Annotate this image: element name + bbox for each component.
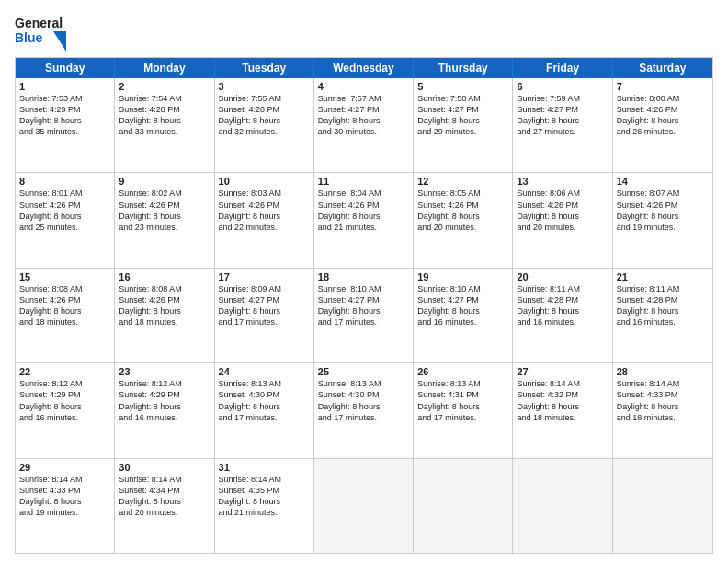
- cell-line: Sunset: 4:33 PM: [19, 485, 110, 496]
- cell-line: Sunrise: 7:53 AM: [19, 93, 110, 104]
- cell-line: Sunrise: 8:05 AM: [417, 188, 508, 199]
- cell-line: and 17 minutes.: [219, 412, 310, 423]
- day-cell-8: 8Sunrise: 8:01 AMSunset: 4:26 PMDaylight…: [16, 173, 115, 267]
- empty-cell: [314, 459, 414, 553]
- cell-line: Sunrise: 8:08 AM: [19, 283, 110, 294]
- cell-line: Sunrise: 8:14 AM: [219, 474, 310, 485]
- cell-line: Sunrise: 8:14 AM: [617, 378, 709, 389]
- cell-line: Daylight: 8 hours: [417, 401, 508, 412]
- cell-line: Daylight: 8 hours: [119, 401, 210, 412]
- day-cell-6: 6Sunrise: 7:59 AMSunset: 4:27 PMDaylight…: [513, 78, 612, 172]
- svg-text:Blue: Blue: [15, 30, 43, 45]
- cell-line: Daylight: 8 hours: [219, 496, 310, 507]
- page: General Blue SundayMondayTuesdayWednesda…: [0, 0, 728, 563]
- cell-line: Sunset: 4:27 PM: [219, 294, 310, 305]
- cell-line: Sunrise: 8:13 AM: [417, 378, 508, 389]
- day-number: 19: [417, 271, 508, 282]
- calendar-week-5: 29Sunrise: 8:14 AMSunset: 4:33 PMDayligh…: [16, 458, 712, 553]
- day-cell-30: 30Sunrise: 8:14 AMSunset: 4:34 PMDayligh…: [115, 459, 214, 553]
- day-cell-1: 1Sunrise: 7:53 AMSunset: 4:29 PMDaylight…: [16, 78, 115, 172]
- cell-line: Sunrise: 7:59 AM: [517, 93, 608, 104]
- cell-line: and 16 minutes.: [517, 316, 608, 327]
- cell-line: and 19 minutes.: [19, 507, 110, 518]
- cell-line: and 18 minutes.: [19, 316, 110, 327]
- day-cell-31: 31Sunrise: 8:14 AMSunset: 4:35 PMDayligh…: [215, 459, 314, 553]
- day-cell-5: 5Sunrise: 7:58 AMSunset: 4:27 PMDaylight…: [414, 78, 513, 172]
- day-number: 21: [617, 271, 709, 282]
- cell-line: Sunrise: 7:54 AM: [119, 93, 210, 104]
- day-number: 2: [119, 81, 210, 92]
- cell-line: and 20 minutes.: [517, 222, 608, 233]
- cell-line: and 35 minutes.: [19, 126, 110, 137]
- cell-line: Sunset: 4:27 PM: [517, 104, 608, 115]
- cell-line: Daylight: 8 hours: [19, 496, 110, 507]
- cell-line: Daylight: 8 hours: [517, 115, 608, 126]
- calendar-week-2: 8Sunrise: 8:01 AMSunset: 4:26 PMDaylight…: [16, 172, 712, 267]
- header-cell-tuesday: Tuesday: [215, 58, 314, 78]
- day-number: 12: [417, 176, 508, 187]
- cell-line: Sunset: 4:28 PM: [119, 104, 210, 115]
- cell-line: and 16 minutes.: [417, 316, 508, 327]
- day-cell-23: 23Sunrise: 8:12 AMSunset: 4:29 PMDayligh…: [115, 363, 214, 457]
- cell-line: Daylight: 8 hours: [318, 401, 409, 412]
- cell-line: and 18 minutes.: [119, 316, 210, 327]
- cell-line: and 17 minutes.: [417, 412, 508, 423]
- day-cell-13: 13Sunrise: 8:06 AMSunset: 4:26 PMDayligh…: [513, 173, 612, 267]
- cell-line: Sunrise: 8:08 AM: [119, 283, 210, 294]
- cell-line: Daylight: 8 hours: [417, 211, 508, 222]
- cell-line: Sunset: 4:26 PM: [417, 200, 508, 211]
- header-cell-monday: Monday: [115, 58, 214, 78]
- cell-line: and 16 minutes.: [617, 316, 709, 327]
- cell-line: Daylight: 8 hours: [517, 305, 608, 316]
- day-number: 17: [219, 271, 310, 282]
- empty-cell: [414, 459, 513, 553]
- cell-line: Daylight: 8 hours: [617, 115, 709, 126]
- calendar: SundayMondayTuesdayWednesdayThursdayFrid…: [15, 57, 713, 554]
- cell-line: Sunrise: 8:11 AM: [617, 283, 709, 294]
- cell-line: Daylight: 8 hours: [417, 115, 508, 126]
- day-cell-7: 7Sunrise: 8:00 AMSunset: 4:26 PMDaylight…: [613, 78, 712, 172]
- cell-line: Sunset: 4:27 PM: [318, 104, 409, 115]
- day-cell-26: 26Sunrise: 8:13 AMSunset: 4:31 PMDayligh…: [414, 363, 513, 457]
- cell-line: and 30 minutes.: [318, 126, 409, 137]
- cell-line: and 17 minutes.: [219, 316, 310, 327]
- day-cell-20: 20Sunrise: 8:11 AMSunset: 4:28 PMDayligh…: [513, 269, 612, 362]
- header-cell-saturday: Saturday: [613, 58, 712, 78]
- cell-line: Daylight: 8 hours: [219, 305, 310, 316]
- calendar-body: 1Sunrise: 7:53 AMSunset: 4:29 PMDaylight…: [16, 78, 712, 553]
- header-cell-wednesday: Wednesday: [314, 58, 414, 78]
- cell-line: Daylight: 8 hours: [19, 211, 110, 222]
- logo-icon: General Blue: [15, 11, 66, 52]
- cell-line: Sunset: 4:26 PM: [617, 200, 709, 211]
- header-cell-thursday: Thursday: [414, 58, 513, 78]
- cell-line: Sunrise: 8:12 AM: [19, 378, 110, 389]
- day-number: 9: [119, 176, 210, 187]
- empty-cell: [513, 459, 612, 553]
- cell-line: and 19 minutes.: [617, 222, 709, 233]
- cell-line: Daylight: 8 hours: [119, 496, 210, 507]
- day-cell-4: 4Sunrise: 7:57 AMSunset: 4:27 PMDaylight…: [314, 78, 414, 172]
- cell-line: Sunrise: 8:14 AM: [19, 474, 110, 485]
- cell-line: Sunset: 4:29 PM: [119, 389, 210, 400]
- day-cell-29: 29Sunrise: 8:14 AMSunset: 4:33 PMDayligh…: [16, 459, 115, 553]
- day-cell-18: 18Sunrise: 8:10 AMSunset: 4:27 PMDayligh…: [314, 269, 414, 362]
- cell-line: Sunrise: 8:07 AM: [617, 188, 709, 199]
- cell-line: Sunrise: 8:13 AM: [318, 378, 409, 389]
- cell-line: Daylight: 8 hours: [517, 211, 608, 222]
- cell-line: Sunrise: 8:00 AM: [617, 93, 709, 104]
- cell-line: Sunset: 4:27 PM: [318, 294, 409, 305]
- empty-cell: [613, 459, 712, 553]
- cell-line: and 20 minutes.: [417, 222, 508, 233]
- cell-line: Sunset: 4:28 PM: [617, 294, 709, 305]
- day-number: 22: [19, 366, 110, 377]
- day-number: 29: [19, 462, 110, 473]
- cell-line: Daylight: 8 hours: [617, 211, 709, 222]
- cell-line: Sunset: 4:33 PM: [617, 389, 709, 400]
- cell-line: Daylight: 8 hours: [219, 211, 310, 222]
- day-number: 7: [617, 81, 709, 92]
- cell-line: Sunset: 4:26 PM: [617, 104, 709, 115]
- day-number: 10: [219, 176, 310, 187]
- cell-line: and 21 minutes.: [318, 222, 409, 233]
- cell-line: Sunrise: 7:58 AM: [417, 93, 508, 104]
- cell-line: Sunset: 4:26 PM: [219, 200, 310, 211]
